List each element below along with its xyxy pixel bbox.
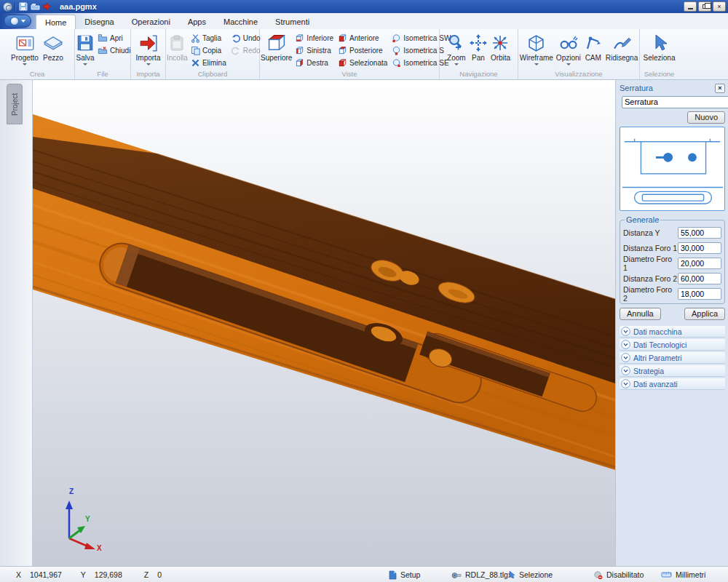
distanza-foro-2-label: Distanza Foro 2 xyxy=(623,274,677,283)
coord-z-value: 0 xyxy=(157,570,162,579)
sinistra-button[interactable]: Sinistra xyxy=(293,44,336,57)
tab-strumenti[interactable]: Strumenti xyxy=(266,15,318,29)
field-row: Distanza Foro 1 xyxy=(623,240,721,255)
anteriore-button[interactable]: Anteriore xyxy=(336,32,389,44)
dropdown-arrow-icon xyxy=(454,63,459,65)
chevron-down-icon xyxy=(621,340,630,349)
opzioni-icon xyxy=(558,32,578,54)
cam-button[interactable]: CAM xyxy=(583,31,604,62)
disabled-icon xyxy=(593,570,603,580)
inferiore-button[interactable]: Inferiore xyxy=(293,32,336,44)
serratura-panel: Serratura × ? Nuovo Generale xyxy=(615,80,728,566)
app-logo-icon[interactable] xyxy=(3,2,12,12)
project-panel-tab[interactable]: Project xyxy=(7,84,23,124)
macro-name-input[interactable] xyxy=(622,96,728,108)
quick-import-button[interactable] xyxy=(41,1,52,12)
group-label-importa: Importa xyxy=(131,70,165,79)
distanza-foro-1-input[interactable] xyxy=(678,242,721,254)
chevron-down-icon xyxy=(621,353,630,362)
sinistra-icon xyxy=(295,46,304,55)
quick-save-button[interactable] xyxy=(17,1,29,12)
panel-close-button[interactable]: × xyxy=(715,84,725,93)
orbita-button[interactable]: Orbita xyxy=(490,31,511,62)
tab-operazioni[interactable]: Operazioni xyxy=(123,15,179,29)
quick-open-button[interactable] xyxy=(29,1,41,12)
close-button[interactable]: × xyxy=(713,1,726,12)
group-label-clipboard: Clipboard xyxy=(166,70,259,79)
taglia-button[interactable]: Taglia xyxy=(189,32,229,44)
wood-panel-render xyxy=(33,80,615,566)
lock-preview xyxy=(620,127,725,211)
progetto-icon xyxy=(15,32,35,54)
close-icon: × xyxy=(717,4,721,10)
app-menu-button[interactable] xyxy=(4,15,31,28)
status-disabilitato[interactable]: Disabilitato xyxy=(593,567,644,582)
viewport-3d[interactable]: Z Y X xyxy=(33,80,615,566)
cursor-icon xyxy=(508,570,515,580)
section-altri-parametri[interactable]: Altri Parametri xyxy=(620,352,725,364)
status-millimetri[interactable]: Millimetri xyxy=(661,567,705,582)
tab-macchine[interactable]: Macchine xyxy=(215,15,266,29)
field-row: Distanza Foro 2 xyxy=(623,271,721,286)
ribbon-group-crea: Progetto Pezzo Crea xyxy=(0,29,75,79)
elimina-button[interactable]: Elimina xyxy=(189,57,229,69)
redo-button[interactable]: Redo xyxy=(229,44,263,57)
diametro-foro-2-input[interactable] xyxy=(678,288,721,300)
pezzo-icon xyxy=(43,32,63,54)
distanza-foro-2-input[interactable] xyxy=(678,273,721,284)
annulla-button[interactable]: Annulla xyxy=(620,308,661,320)
destra-button[interactable]: Destra xyxy=(293,57,336,69)
taglia-icon xyxy=(191,33,200,43)
seleziona-button[interactable]: Seleziona xyxy=(643,31,676,62)
undo-button[interactable]: Undo xyxy=(229,32,263,44)
chiudi-button[interactable]: Chiudi xyxy=(95,44,132,57)
opzioni-button[interactable]: Opzioni xyxy=(555,31,582,65)
cam-icon xyxy=(584,32,603,54)
tab-home[interactable]: Home xyxy=(36,15,76,29)
open-icon xyxy=(31,2,40,11)
restore-button[interactable] xyxy=(698,1,711,12)
progetto-button[interactable]: Progetto xyxy=(10,31,39,65)
app-menu-icon xyxy=(10,17,19,25)
tool-icon xyxy=(451,570,462,580)
applica-button[interactable]: Applica xyxy=(684,308,725,320)
superiore-button[interactable]: Superiore xyxy=(260,31,293,62)
importa-button[interactable]: Importa xyxy=(135,31,162,65)
tab-disegna[interactable]: Disegna xyxy=(76,15,122,29)
wireframe-button[interactable]: Wireframe xyxy=(519,31,554,65)
pan-button[interactable]: Pan xyxy=(468,31,488,62)
redo-icon xyxy=(231,46,241,55)
field-row: Diametro Foro 1 xyxy=(623,255,721,271)
chevron-down-icon xyxy=(621,327,630,336)
pezzo-button[interactable]: Pezzo xyxy=(42,31,64,62)
group-label-visualizzazione: Visualizzazione xyxy=(518,70,639,79)
destra-icon xyxy=(295,58,304,68)
incolla-button[interactable]: Incolla xyxy=(166,31,189,62)
salva-button[interactable]: Salva xyxy=(75,31,95,65)
status-selezione[interactable]: Selezione xyxy=(508,567,553,582)
ribbon-group-importa: Importa Importa xyxy=(131,29,166,79)
posteriore-icon xyxy=(338,46,347,55)
section-strategia[interactable]: Strategia xyxy=(620,365,725,377)
selezionata-button[interactable]: Selezionata xyxy=(336,57,389,69)
minimize-icon xyxy=(688,8,693,9)
chevron-down-icon xyxy=(21,20,25,23)
section-dati-tecnologici[interactable]: Dati Tecnologici xyxy=(620,339,725,351)
section-dati-avanzati[interactable]: Dati avanzati xyxy=(620,378,725,390)
tab-apps[interactable]: Apps xyxy=(179,15,215,29)
diametro-foro-1-input[interactable] xyxy=(678,258,721,269)
ribbon-tab-row: Home Disegna Operazioni Apps Macchine St… xyxy=(0,13,728,29)
status-setup[interactable]: Setup xyxy=(388,567,420,582)
distanza-y-input[interactable] xyxy=(678,227,721,239)
section-dati-macchina[interactable]: Dati macchina xyxy=(620,326,725,338)
apri-button[interactable]: Apri xyxy=(95,32,132,44)
axis-y-label: Y xyxy=(85,515,90,523)
status-tool-file[interactable]: RDLZ_88.tlgx xyxy=(451,567,512,582)
copia-button[interactable]: Copia xyxy=(189,44,229,57)
posteriore-button[interactable]: Posteriore xyxy=(336,44,389,57)
distanza-y-label: Distanza Y xyxy=(623,228,660,237)
nuovo-button[interactable]: Nuovo xyxy=(687,111,725,124)
minimize-button[interactable] xyxy=(684,1,697,12)
ridisegna-button[interactable]: Ridisegna xyxy=(605,31,638,62)
zoom-button[interactable]: Zoom xyxy=(446,31,467,65)
